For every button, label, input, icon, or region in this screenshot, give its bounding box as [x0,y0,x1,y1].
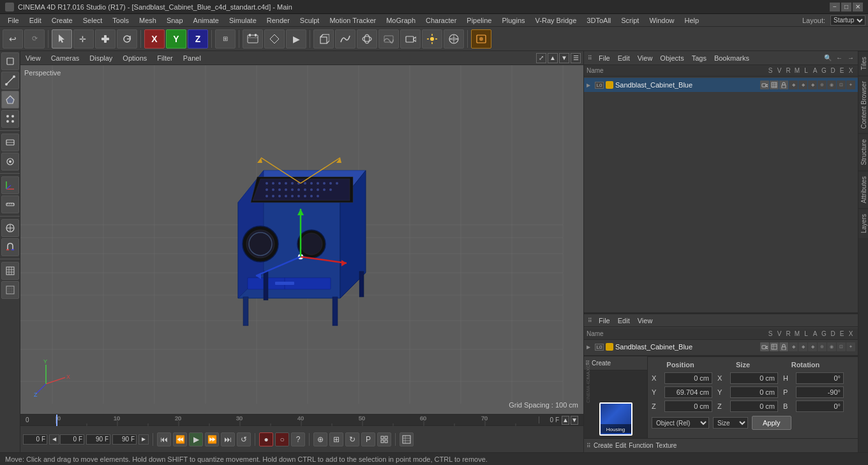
menu-tools[interactable]: Tools [107,14,134,27]
cube-button[interactable] [313,29,334,49]
object-row-sandblast[interactable]: ▶ L0 Sandblast_Cabinet_Blue [584,78,858,92]
menu-pipeline[interactable]: Pipeline [461,14,497,27]
auto-key-button[interactable]: ○ [275,432,289,446]
obj-expand-icon[interactable]: ▶ [587,82,593,88]
menu-motion-tracker[interactable]: Motion Tracker [324,14,381,27]
all-key-button[interactable] [377,432,391,446]
menu-3dtoall[interactable]: 3DToAll [581,14,616,27]
playback-button[interactable]: ▶ [286,29,306,49]
attr-icon-t5[interactable]: ◉ [827,342,836,351]
key-help-button[interactable]: ? [291,432,305,446]
pos-y-input[interactable] [664,386,712,398]
obj-icon-tag4[interactable]: ⊕ [818,80,827,89]
menu-plugins[interactable]: Plugins [497,14,530,27]
side-tab-structure[interactable]: Structure [858,133,868,171]
scale-key-button[interactable]: ⊞ [329,432,343,446]
obj-menu-view[interactable]: View [635,54,655,62]
step-back-button[interactable]: ⏪ [173,432,187,446]
obj-icon-tag5[interactable]: ◉ [827,80,836,89]
spline-button[interactable] [335,29,355,49]
mat-btm-function[interactable]: Function [629,442,653,449]
sculpt-btn[interactable] [1,281,19,299]
attr-icon-lock[interactable] [779,342,788,351]
attr-icon-t3[interactable]: ◆ [808,342,817,351]
render-mode-button[interactable] [471,29,491,49]
obj-icon-tag6[interactable]: ⊡ [837,80,846,89]
preview-start-input[interactable] [60,434,84,445]
obj-icon-lock[interactable] [779,80,788,89]
obj-icon-camera[interactable] [760,80,769,89]
menu-edit[interactable]: Edit [24,14,47,27]
obj-color-indicator[interactable] [606,81,613,89]
pos-z-input[interactable] [664,400,712,412]
ruler-button[interactable] [1,195,19,213]
mat-menu-create[interactable]: Create [592,360,611,367]
mat-btm-edit[interactable]: Edit [615,442,626,449]
apply-button[interactable]: Apply [752,416,791,430]
attr-menu-edit[interactable]: Edit [615,317,632,324]
coord-sys-button[interactable] [1,176,19,194]
obj-icon-mesh[interactable] [770,80,779,89]
scale-tool-button[interactable] [95,29,116,49]
attr-menu-file[interactable]: File [596,317,613,324]
redo-button[interactable]: ⟳ [24,29,45,49]
snap-button[interactable] [1,219,19,237]
vp-menu-display[interactable]: Display [87,54,115,62]
model-mode-button[interactable] [1,133,19,151]
side-tab-tiles[interactable]: Tiles [858,51,868,75]
attr-icon-t4[interactable]: ⊕ [818,342,827,351]
nurbs-button[interactable] [357,29,377,49]
obj-search-icon[interactable]: 🔍 [823,54,832,63]
menu-sculpt[interactable]: Sculpt [295,14,325,27]
loop-button[interactable]: ↺ [237,432,251,446]
attr-icon-t6[interactable]: ⊡ [837,342,846,351]
obj-menu-tags[interactable]: Tags [689,54,709,62]
transform-mode-button[interactable]: ⊞ [215,29,236,49]
size-z-input[interactable] [730,400,778,412]
vp-arrow-down-icon[interactable]: ▼ [559,53,569,63]
point-mode-button[interactable] [1,110,19,128]
attr-menu-view[interactable]: View [635,317,655,324]
mat-btm-texture[interactable]: Texture [656,442,677,449]
menu-snap[interactable]: Snap [161,14,188,27]
menu-file[interactable]: File [3,14,24,27]
obj-menu-file[interactable]: File [596,54,613,62]
z-axis-button[interactable]: Z [188,29,208,49]
polygon-mode-button[interactable] [1,91,19,109]
menu-help[interactable]: Help [680,14,705,27]
preview-end-input[interactable] [86,434,110,445]
menu-character[interactable]: Character [421,14,461,27]
coord-mode-dropdown[interactable]: Object (Rel) World Object (Abs) [652,417,709,429]
close-button[interactable]: ✕ [853,3,863,11]
rot-key-button[interactable]: ↻ [345,432,359,446]
menu-simulate[interactable]: Simulate [224,14,262,27]
frame-inc-button[interactable]: ▶ [138,434,149,445]
vp-menu-options[interactable]: Options [120,54,149,62]
attr-icon-mesh[interactable] [770,342,779,351]
current-frame-input[interactable] [23,434,47,445]
obj-icon-tag1[interactable]: ◆ [789,80,798,89]
timeline-scroll-down[interactable]: ▼ [571,416,578,425]
y-axis-button[interactable]: Y [166,29,186,49]
menu-select[interactable]: Select [78,14,108,27]
attr-icon-camera[interactable] [760,342,769,351]
play-button[interactable]: ▶ [189,432,203,446]
side-tab-attributes[interactable]: Attributes [858,171,868,208]
window-controls[interactable]: − □ ✕ [830,3,863,11]
end-frame-input[interactable] [112,434,137,445]
step-forward-button[interactable]: ⏩ [205,432,219,446]
param-key-button[interactable]: P [361,432,375,446]
obj-forward-icon[interactable]: → [846,54,855,63]
vp-expand-icon[interactable]: ⤢ [536,53,546,63]
obj-back-icon[interactable]: ← [835,54,844,63]
move-tool-button[interactable]: ✛ [73,29,94,49]
obj-menu-objects[interactable]: Objects [657,54,686,62]
menu-vray[interactable]: V-Ray Bridge [530,14,582,27]
3d-viewport[interactable]: Perspective [20,65,583,414]
x-axis-button[interactable]: X [144,29,165,49]
pos-x-input[interactable] [664,372,712,384]
size-x-input[interactable] [730,372,778,384]
menu-window[interactable]: Window [644,14,679,27]
menu-mograph[interactable]: MoGraph [381,14,421,27]
rotate-tool-button[interactable] [117,29,137,49]
